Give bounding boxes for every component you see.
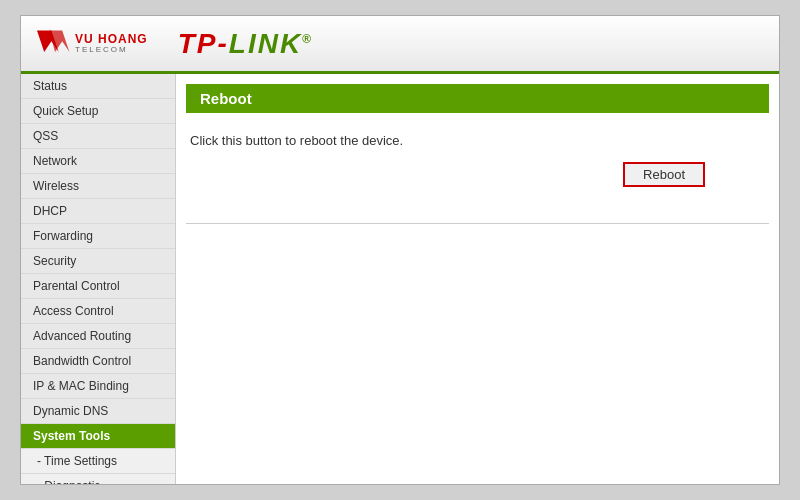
svg-marker-1 [50, 30, 70, 52]
sidebar-item-system-tools[interactable]: System Tools [21, 424, 175, 449]
sidebar-item-advanced-routing[interactable]: Advanced Routing [21, 324, 175, 349]
sidebar-item-network[interactable]: Network [21, 149, 175, 174]
content-divider [186, 223, 769, 224]
vu-hoang-logo: VU HOANG TELECOM [37, 30, 148, 58]
vu-hoang-text: VU HOANG TELECOM [75, 33, 148, 55]
tp-link-logo: TP-LINK® [178, 28, 313, 60]
sidebar-item-ip-mac-binding[interactable]: IP & MAC Binding [21, 374, 175, 399]
sidebar: Status Quick Setup QSS Network Wireless … [21, 74, 176, 484]
sidebar-item-quick-setup[interactable]: Quick Setup [21, 99, 175, 124]
logo-area: VU HOANG TELECOM TP-LINK® [37, 28, 313, 60]
sidebar-item-diagnostic[interactable]: - Diagnostic [21, 474, 175, 484]
content-title: Reboot [186, 84, 769, 113]
reboot-button[interactable]: Reboot [623, 162, 705, 187]
content-area: Reboot Click this button to reboot the d… [176, 74, 779, 484]
company-name: VU HOANG [75, 33, 148, 46]
sidebar-item-security[interactable]: Security [21, 249, 175, 274]
reboot-button-area: Reboot [190, 162, 705, 187]
sidebar-item-time-settings[interactable]: - Time Settings [21, 449, 175, 474]
sidebar-item-bandwidth-control[interactable]: Bandwidth Control [21, 349, 175, 374]
content-body: Click this button to reboot the device. … [176, 113, 779, 207]
sidebar-item-status[interactable]: Status [21, 74, 175, 99]
sidebar-item-wireless[interactable]: Wireless [21, 174, 175, 199]
sidebar-item-dynamic-dns[interactable]: Dynamic DNS [21, 399, 175, 424]
brand-name: TP-LINK® [178, 28, 313, 59]
reboot-instruction: Click this button to reboot the device. [190, 133, 765, 148]
vu-logo-icon [37, 30, 73, 58]
sidebar-item-access-control[interactable]: Access Control [21, 299, 175, 324]
sidebar-item-forwarding[interactable]: Forwarding [21, 224, 175, 249]
main-frame: VU HOANG TELECOM TP-LINK® Status Quick S… [20, 15, 780, 485]
sidebar-item-parental-control[interactable]: Parental Control [21, 274, 175, 299]
company-sub: TELECOM [75, 46, 148, 55]
header: VU HOANG TELECOM TP-LINK® [21, 16, 779, 74]
sidebar-item-dhcp[interactable]: DHCP [21, 199, 175, 224]
sidebar-item-qss[interactable]: QSS [21, 124, 175, 149]
brand-prefix: TP- [178, 28, 229, 59]
main-area: Status Quick Setup QSS Network Wireless … [21, 74, 779, 484]
